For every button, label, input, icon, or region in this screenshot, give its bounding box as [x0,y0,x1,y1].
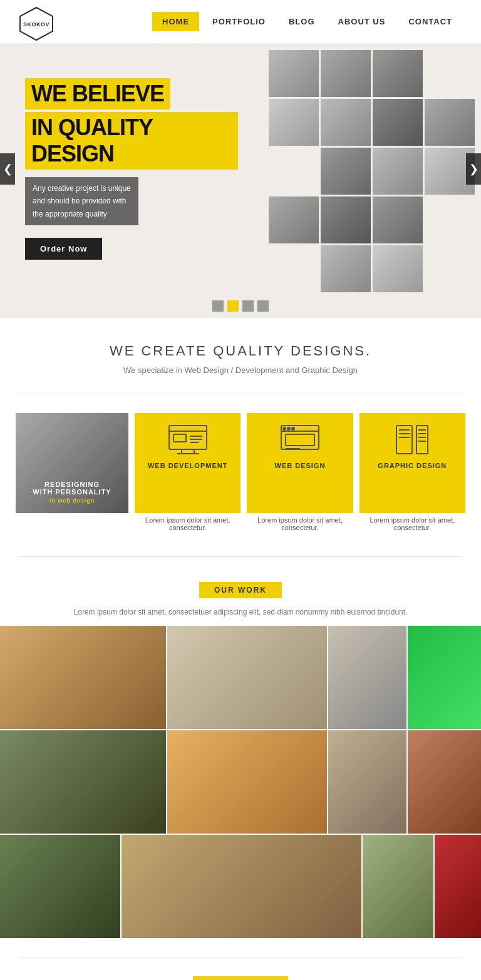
our-clients-label: OUR CLIENTS [193,976,287,980]
web-dev-icon [166,422,210,457]
service-card-graphic: GRAPHIC DESIGN Lorem ipsum dolor sit ame… [359,413,465,531]
our-clients-label-container: OUR CLIENTS [0,964,481,980]
divider-2 [19,556,462,557]
hero-dot-1[interactable] [212,300,224,312]
logo[interactable]: SKOKOV [19,6,54,38]
portfolio-item-8[interactable] [408,730,481,834]
hero-photo [269,50,319,97]
portfolio-item-3[interactable] [328,626,406,729]
intro-section: WE CREATE QUALITY DESIGNS. We specialize… [0,318,481,387]
portfolio-item-1[interactable] [0,626,166,729]
hero-prev-arrow[interactable]: ❮ [0,153,15,185]
service-card-web-design: WEB DESIGN Lorem ipsum dolor sit amet, c… [247,413,353,531]
hero-photo-grid [263,44,481,294]
intro-heading: WE CREATE QUALITY DESIGNS. [13,343,468,359]
hero-photo [269,197,319,243]
hero-photo [425,99,475,146]
hero-photo [373,99,423,146]
svg-rect-2 [169,426,207,449]
hero-photo [373,197,423,243]
our-work-label: OUR WORK [199,582,282,598]
nav-about[interactable]: ABOUT US [328,12,396,31]
portfolio-item-10[interactable] [122,835,361,938]
services-section: REDESIGNINGWITH PERSONALITY in web desig… [0,401,481,550]
web-design-icon [278,422,322,457]
nav-contact[interactable]: CONTACT [398,12,462,31]
hero-dot-4[interactable] [257,300,269,312]
hero-subtitle: Any creative project is uniqueand should… [25,177,138,225]
portfolio-item-5[interactable] [0,730,166,834]
hero-photo [373,50,423,97]
portfolio-item-9[interactable] [0,835,120,938]
nav-home[interactable]: HOME [152,12,199,31]
portfolio-item-4[interactable] [408,626,481,729]
our-work-desc: Lorem ipsum dolor sit amet, consectetuer… [0,601,481,626]
svg-text:SKOKOV: SKOKOV [23,21,49,28]
portfolio-item-2[interactable] [167,626,327,729]
hero-title-1: WE BELIEVE [25,78,170,110]
graphic-design-icon [390,422,434,457]
svg-rect-7 [173,434,186,442]
portfolio-item-7[interactable] [328,730,406,834]
hero-dot-2[interactable] [227,300,239,312]
service-image-text: REDESIGNINGWITH PERSONALITY in web desig… [33,481,111,504]
hero-photo [321,148,371,195]
hero-photo [373,148,423,195]
svg-point-15 [292,427,294,430]
hero-photo [321,50,371,97]
service-card-image: REDESIGNINGWITH PERSONALITY in web desig… [16,413,128,513]
hero-photo [321,245,371,292]
hero-photo-empty [269,245,319,292]
hero-photo [321,99,371,146]
hero-dots [0,294,481,318]
hero-photo [373,245,423,292]
service-card-web-dev: WEB DEVELOPMENT Lorem ipsum dolor sit am… [135,413,240,531]
header: SKOKOV HOME PORTFOLIO BLOG ABOUT US CONT… [0,0,481,44]
divider [19,394,462,394]
service-title-web-design: WEB DESIGN [275,462,326,469]
intro-subheading: We specialize in Web Design / Developmen… [13,365,468,375]
service-desc-web-design: Lorem ipsum dolor sit amet, consectetur. [247,513,353,531]
main-nav: HOME PORTFOLIO BLOG ABOUT US CONTACT [152,12,462,31]
hero-next-arrow[interactable]: ❯ [466,153,481,185]
hero-photo [269,99,319,146]
portfolio-grid [0,626,481,834]
service-title-web-dev: WEB DEVELOPMENT [148,462,227,469]
hero-dot-3[interactable] [242,300,254,312]
hero-content: WE BELIEVE IN QUALITY DESIGN Any creativ… [0,53,263,285]
hero-cta-button[interactable]: Order Now [25,238,102,260]
portfolio-item-6[interactable] [167,730,327,834]
svg-rect-16 [286,434,314,446]
service-title-graphic: GRAPHIC DESIGN [378,462,447,469]
service-desc-graphic: Lorem ipsum dolor sit amet, consectetur. [359,513,465,531]
hero-title-2: IN QUALITY DESIGN [25,112,238,170]
hero-photo-empty [269,148,319,195]
portfolio-item-11[interactable] [363,835,433,938]
portfolio-grid-2 [0,835,481,938]
hero-photo-empty [425,245,475,292]
hero-section: WE BELIEVE IN QUALITY DESIGN Any creativ… [0,44,481,294]
hero-photo-empty [425,197,475,243]
nav-blog[interactable]: BLOG [279,12,325,31]
portfolio-item-12[interactable] [435,835,481,938]
service-desc-web-dev: Lorem ipsum dolor sit amet, consectetur. [135,513,240,531]
svg-point-14 [287,427,290,430]
hero-photo [321,197,371,243]
svg-point-13 [283,427,286,430]
nav-portfolio[interactable]: PORTFOLIO [202,12,276,31]
divider-3 [19,957,462,957]
hero-photo-empty [425,50,475,97]
our-work-label-container: OUR WORK [0,563,481,601]
